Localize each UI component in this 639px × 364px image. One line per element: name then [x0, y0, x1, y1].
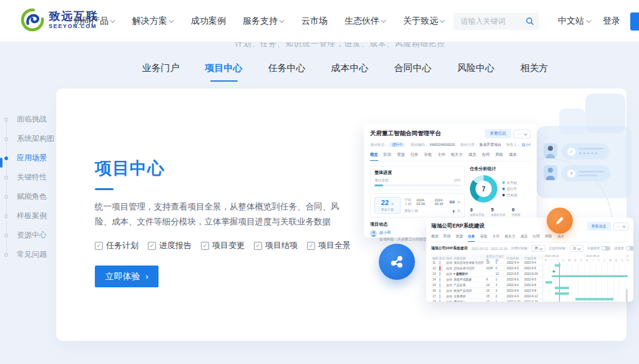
sidebar-item-6[interactable]: 样板案例 [0, 206, 57, 226]
app1-tab-4[interactable]: 任务 [411, 152, 419, 161]
app-window-erp-project: 瑞旭公司ERP系统建设 查看信息 ⋯ 概览阶段资源任务审批文件相关方成员合同风险… [426, 218, 633, 302]
duration-unit: 天 [457, 200, 461, 204]
progress-percent: 10% [454, 178, 461, 183]
checkbox-icon: ✓ [307, 242, 315, 250]
stat-cell-3: 0待验收 [512, 207, 530, 216]
app2-tab-4[interactable]: 任务 [468, 234, 476, 242]
cell-name: 项目启动会准备与召开 [454, 261, 486, 264]
meta-value: 集成开发项目 [479, 143, 501, 146]
app1-tab-11[interactable]: 成本 [509, 152, 517, 161]
section-tab-4[interactable]: 成本中心 [330, 59, 370, 82]
section-tab-7[interactable]: 相关方 [519, 59, 550, 82]
section-tabs: 业务门户项目中心任务中心成本中心合同中心风险中心相关方 [51, 59, 639, 82]
female-avatar [544, 143, 557, 158]
duration-end: 2024-06-26 [434, 198, 446, 206]
duration-start: 2024-03-06 [416, 198, 428, 206]
sidebar-item-3[interactable]: 应用场景 [0, 148, 57, 168]
app2-tab-9[interactable]: 合同 [533, 234, 540, 242]
app2-tab-11[interactable]: 成本 [557, 234, 565, 242]
app1-tab-5[interactable]: 审批 [424, 152, 432, 161]
cell-end: 2022-9-4 [524, 261, 542, 264]
gantt-bar [555, 292, 570, 295]
app2-tab-5[interactable]: 审批 [480, 234, 487, 242]
search-icon[interactable] [520, 12, 539, 30]
stat-cell-2: 5超期未完成 [491, 207, 510, 216]
sidebar-item-4[interactable]: 关键特性 [0, 168, 57, 187]
app1-tab-1[interactable]: 概览 [370, 152, 378, 161]
feature-label: 进度报告 [159, 240, 192, 251]
app1-tab-7[interactable]: 相关方 [451, 152, 463, 161]
nav-item-5[interactable]: 云市场 [301, 16, 328, 27]
toggle-switch[interactable] [602, 246, 610, 251]
gantt-grid [543, 262, 628, 302]
app1-tab-6[interactable]: 文件 [437, 152, 446, 161]
sidebar-item-8[interactable]: 常见问题 [0, 245, 57, 264]
cell-duration: 3 [495, 289, 507, 292]
section-tab-1[interactable]: 业务门户 [141, 59, 181, 82]
try-now-label: 立即体验 [105, 271, 140, 282]
app2-tab-6[interactable]: 文件 [492, 234, 500, 242]
select-box[interactable]: 日 [570, 245, 583, 252]
legend-dot [502, 181, 505, 184]
nav-item-6[interactable]: 生态伙伴 [344, 16, 386, 27]
app2-tab-2[interactable]: 阶段 [444, 234, 451, 242]
more-button[interactable]: ⋯ [514, 130, 530, 138]
view-info-button[interactable]: 查看信息 [587, 222, 611, 231]
sidebar-item-2[interactable]: 系统架构图 [0, 129, 57, 148]
app1-tab-8[interactable]: 成员 [468, 152, 476, 161]
cell-duration: 0 [495, 267, 507, 270]
gantt-scrollbar[interactable] [626, 289, 628, 302]
chevron-down-icon [524, 132, 527, 135]
cell-name: 业务调研 [454, 294, 486, 298]
app2-tab-8[interactable]: 成员 [520, 234, 528, 242]
section-tab-5[interactable]: 合同中心 [393, 59, 433, 82]
sidebar-dot [4, 137, 8, 141]
cell-pre: 17 [486, 300, 495, 302]
header-cta-button-cutoff[interactable] [630, 12, 639, 31]
app1-tab-9[interactable]: 合同 [482, 152, 490, 161]
search-input[interactable] [454, 17, 520, 26]
stat-value: 5 [491, 207, 510, 213]
sidebar-item-label: 赋能角色 [17, 191, 47, 202]
select-box[interactable]: 周 [532, 245, 545, 252]
nav-item-7[interactable]: 关于致远 [403, 16, 445, 27]
app2-tab-1[interactable]: 概览 [431, 234, 439, 242]
app1-tab-2[interactable]: 阶段 [384, 152, 392, 161]
cell-code: 13 [432, 272, 439, 275]
nav-item-1[interactable]: 协同产品 [74, 16, 115, 27]
section-tab-2[interactable]: 项目中心 [204, 59, 244, 82]
sidebar-item-1[interactable]: 面临挑战 [0, 110, 57, 129]
sidebar-item-7[interactable]: 资源中心 [0, 226, 57, 245]
nav-item-4[interactable]: 服务支持 [243, 16, 285, 27]
nav-item-2[interactable]: 解决方案 [132, 16, 174, 27]
sidebar-item-label: 常见问题 [17, 249, 47, 260]
sidebar-item-5[interactable]: 赋能角色 [0, 187, 57, 206]
legend-dot [502, 188, 505, 190]
nav-item-3[interactable]: 成功案例 [191, 16, 226, 27]
login-link[interactable]: 登录 [603, 0, 620, 42]
meta-label: 负责人： [506, 143, 520, 146]
more-button[interactable]: ⋯ [613, 223, 629, 231]
table-row: 13自动▾ 蓝图设计122022-9-52022-9-20 [431, 271, 542, 277]
view-info-button[interactable]: 查看信息 [485, 129, 511, 138]
section-tab-6[interactable]: 风险中心 [456, 59, 496, 82]
cell-start: 2022-9-4 [507, 261, 524, 264]
language-selector[interactable]: 中文站 [558, 0, 592, 42]
table-row: 17自动业务调研1522022-9-92022-9-12 [431, 294, 542, 299]
app2-tab-7[interactable]: 相关方 [505, 234, 515, 242]
try-now-button[interactable]: 立即体验 › [95, 266, 159, 287]
feature-item-1: ✓任务计划 [95, 240, 139, 251]
sidebar-dot [4, 176, 8, 180]
sidebar-dot [4, 156, 8, 160]
stat-label: 超期未完成 [491, 213, 510, 216]
app2-tab-10[interactable]: 风险 [545, 234, 552, 242]
app2-tab-3[interactable]: 资源 [456, 234, 463, 242]
sidebar-dot [4, 253, 8, 257]
app1-tab-3[interactable]: 资源 [397, 152, 405, 161]
app1-tab-10[interactable]: 风险 [495, 152, 504, 161]
toggle-switch[interactable] [626, 246, 633, 251]
stat-cell-1: 3超期未开始 [470, 207, 489, 216]
cell-code: 16 [432, 289, 439, 292]
section-tab-3[interactable]: 任务中心 [267, 59, 307, 82]
cell-pre: 10 [486, 261, 495, 264]
